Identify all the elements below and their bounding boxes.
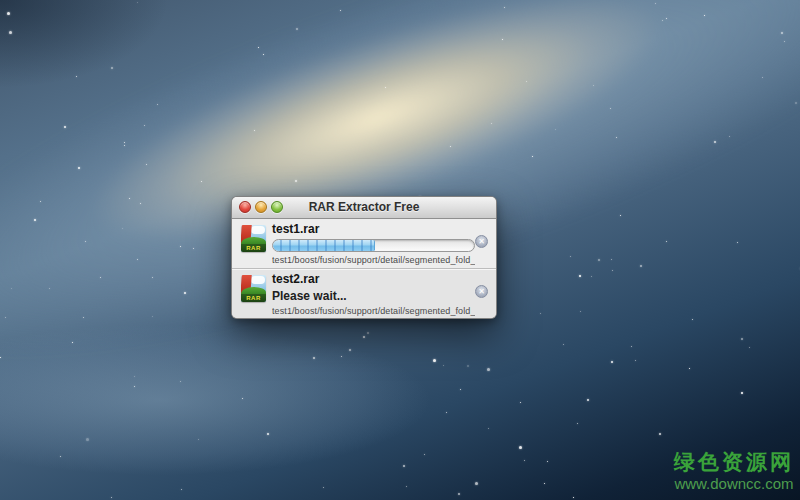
status-please-wait: Please wait...: [272, 290, 475, 303]
traffic-lights: [239, 201, 283, 213]
close-button[interactable]: [239, 201, 251, 213]
rar-icon-label: RAR: [246, 295, 261, 301]
rar-icon-label-band: RAR: [241, 244, 266, 252]
watermark-site-url: www.downcc.com: [674, 476, 794, 493]
extract-path-test2: test1/boost/fusion/support/detail/segmen…: [272, 306, 475, 316]
filename-test1: test1.rar: [272, 223, 475, 236]
filename-test2: test2.rar: [272, 273, 475, 286]
progress-fill: [273, 240, 375, 251]
rar-icon-cloud: [251, 276, 265, 284]
cancel-extraction-button-test1[interactable]: ✕: [475, 235, 488, 248]
cancel-extraction-button-test2[interactable]: ✕: [475, 285, 488, 298]
rar-extractor-window: RAR Extractor Free RAR test1.rar test1/b…: [231, 196, 497, 319]
window-titlebar[interactable]: RAR Extractor Free: [232, 197, 496, 219]
circled-x-icon: ✕: [478, 287, 485, 295]
zoom-button[interactable]: [271, 201, 283, 213]
minimize-button[interactable]: [255, 201, 267, 213]
extraction-row-test1: RAR test1.rar test1/boost/fusion/support…: [232, 219, 496, 268]
desktop-wallpaper: 绿色资源网 www.downcc.com RAR Extractor Free …: [0, 0, 800, 500]
rar-file-icon: RAR: [241, 275, 266, 302]
rar-icon-label-band: RAR: [241, 294, 266, 302]
extract-path-test1: test1/boost/fusion/support/detail/segmen…: [272, 255, 475, 265]
rar-file-icon: RAR: [241, 225, 266, 252]
rar-icon-label: RAR: [246, 245, 261, 251]
watermark-site-name: 绿色资源网: [674, 450, 794, 473]
extraction-row-test2: RAR test2.rar Please wait... test1/boost…: [232, 268, 496, 319]
rar-icon-cloud: [251, 226, 265, 234]
site-watermark: 绿色资源网 www.downcc.com: [674, 450, 794, 492]
progress-bar: [272, 239, 475, 252]
circled-x-icon: ✕: [478, 237, 485, 245]
